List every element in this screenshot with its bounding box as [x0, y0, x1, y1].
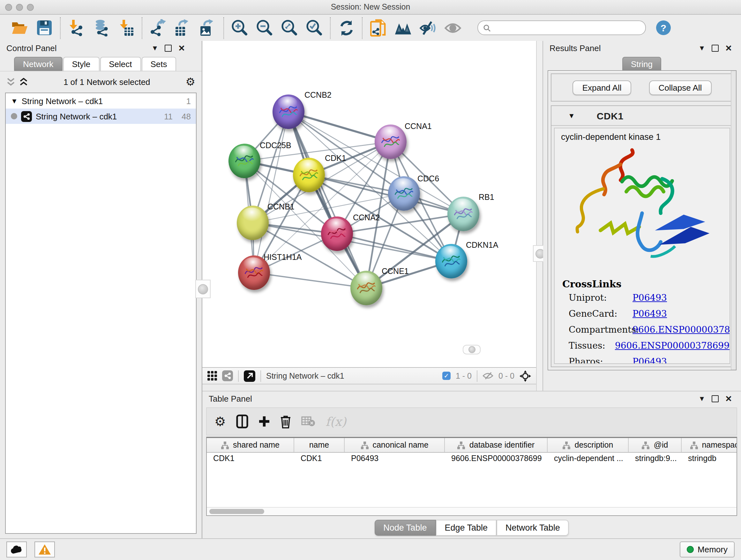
network-tree: ▼ String Network – cdk1 1 String Network… — [5, 92, 197, 534]
column-header-database-identifier[interactable]: database identifier — [445, 438, 548, 452]
node-CDKN1A[interactable] — [435, 244, 467, 278]
collapse-all-button[interactable]: Collapse All — [649, 80, 712, 95]
node-CCNB2[interactable] — [273, 95, 305, 129]
clone-network-view-icon[interactable] — [369, 19, 387, 37]
tab-string[interactable]: String — [622, 57, 662, 71]
node-CCNB1[interactable] — [237, 206, 269, 240]
hidden-eye-icon[interactable] — [482, 372, 493, 380]
left-splitter-grip[interactable] — [195, 280, 211, 298]
control-panel-close-icon[interactable]: ✕ — [178, 44, 185, 52]
expand-all-icon[interactable] — [19, 78, 28, 86]
column-header-namespace[interactable]: namespace — [682, 438, 737, 452]
table-cell[interactable]: cyclin-dependent ... — [548, 453, 629, 466]
tab-style[interactable]: Style — [63, 57, 99, 71]
node-CCNA1[interactable] — [375, 125, 407, 159]
help-button[interactable]: ? — [656, 20, 671, 35]
open-in-new-window-icon[interactable] — [244, 370, 255, 381]
table-panel-close-icon[interactable]: ✕ — [725, 395, 732, 403]
memory-button[interactable]: Memory — [680, 542, 735, 557]
column-header--id[interactable]: @id — [629, 438, 682, 452]
results-panel-close-icon[interactable]: ✕ — [725, 44, 732, 52]
table-cell[interactable]: CDK1 — [294, 453, 345, 466]
zoom-selected-icon[interactable] — [306, 19, 323, 37]
selected-checkbox-icon[interactable]: ✓ — [442, 372, 451, 380]
open-session-icon[interactable] — [11, 19, 28, 37]
search-input[interactable] — [477, 20, 646, 35]
table-cell[interactable]: 9606.ENSP00000378699 — [445, 453, 548, 466]
show-eye-icon[interactable] — [444, 19, 461, 37]
node-RB1[interactable] — [448, 197, 479, 231]
network-row[interactable]: String Network – cdk1 11 48 — [6, 109, 196, 124]
tab-sets[interactable]: Sets — [141, 57, 176, 71]
results-panel-menu-icon[interactable]: ▼ — [698, 45, 705, 52]
tab-select[interactable]: Select — [100, 57, 141, 71]
zoom-in-icon[interactable] — [231, 19, 248, 37]
export-image-icon[interactable] — [199, 19, 216, 37]
results-panel-float-icon[interactable] — [712, 45, 719, 52]
tab-node-table[interactable]: Node Table — [374, 519, 435, 536]
node-CDC25B[interactable] — [228, 144, 260, 178]
scrollbar-thumb[interactable] — [209, 509, 264, 514]
refresh-icon[interactable] — [338, 19, 355, 37]
node-CCNA2[interactable] — [321, 216, 353, 251]
control-panel-menu-icon[interactable]: ▼ — [151, 45, 158, 52]
import-table-from-file-icon[interactable] — [118, 19, 135, 37]
table-cell[interactable]: P06493 — [345, 453, 445, 466]
hide-selected-icon[interactable] — [419, 19, 436, 37]
show-columns-icon[interactable] — [236, 415, 248, 428]
search-field[interactable] — [494, 23, 640, 33]
crosslink-link[interactable]: P06493 — [632, 356, 667, 364]
gene-caret-icon[interactable]: ▼ — [568, 112, 575, 119]
import-network-from-file-icon[interactable] — [68, 19, 85, 37]
status-bar: Memory — [0, 538, 741, 560]
delete-table-icon-disabled — [301, 416, 315, 427]
tab-network[interactable]: Network — [14, 57, 62, 71]
zoom-fit-icon[interactable] — [281, 19, 298, 37]
table-panel-menu-icon[interactable]: ▼ — [698, 395, 705, 402]
collapse-all-icon[interactable] — [6, 78, 15, 86]
node-CDC6[interactable] — [388, 176, 420, 211]
zoom-out-icon[interactable] — [256, 19, 273, 37]
network-label: String Network – cdk1 — [36, 111, 155, 121]
table-horizontal-scrollbar[interactable] — [207, 507, 737, 515]
create-column-icon[interactable] — [259, 416, 270, 427]
export-table-icon[interactable] — [174, 19, 192, 37]
results-scrollbar[interactable] — [731, 71, 736, 370]
import-network-from-database-icon[interactable] — [92, 19, 110, 37]
column-header-shared-name[interactable]: shared name — [207, 438, 294, 452]
table-cell[interactable]: stringdb:9... — [629, 453, 682, 466]
table-options-gear-icon[interactable]: ⚙ — [214, 414, 226, 429]
network-options-gear-icon[interactable]: ⚙ — [186, 75, 196, 89]
show-network-overview-icon[interactable] — [394, 19, 412, 37]
node-CCNE1[interactable] — [350, 271, 382, 305]
table-cell[interactable]: CDK1 — [207, 453, 294, 466]
delete-column-icon[interactable] — [280, 415, 291, 428]
cloud-button[interactable] — [6, 542, 27, 557]
expand-all-button[interactable]: Expand All — [573, 80, 631, 95]
tab-edge-table[interactable]: Edge Table — [435, 519, 496, 536]
gene-description: cyclin-dependent kinase 1 — [555, 128, 730, 142]
export-network-icon[interactable] — [149, 19, 166, 37]
crosslink-link[interactable]: 9606.ENSP00000378699 — [632, 324, 730, 334]
birds-eye-view-icon[interactable] — [207, 371, 217, 381]
column-header-canonical-name[interactable]: canonical name — [345, 438, 445, 452]
node-CDK1[interactable] — [293, 158, 325, 192]
table-panel-float-icon[interactable] — [712, 395, 719, 402]
tab-network-table[interactable]: Network Table — [496, 519, 569, 536]
warning-button[interactable] — [35, 542, 55, 557]
crosslink-link[interactable]: 9606.ENSP00000378699 — [615, 340, 730, 351]
network-collection-row[interactable]: ▼ String Network – cdk1 1 — [6, 93, 196, 109]
column-header-description[interactable]: description — [548, 438, 629, 452]
save-session-icon[interactable] — [36, 19, 53, 37]
network-canvas[interactable]: CCNB2CCNA1CDC25BCDK1CDC6RB1CCNB1CCNA2CDK… — [202, 41, 536, 367]
fit-selected-crosshair-icon[interactable] — [520, 370, 531, 381]
control-panel-float-icon[interactable] — [165, 45, 172, 52]
vertical-splitter[interactable] — [536, 41, 543, 391]
bottom-splitter-grip[interactable] — [463, 345, 481, 354]
edge-HIST1H1A-CCNE1[interactable] — [254, 273, 366, 288]
crosslink-link[interactable]: P06493 — [632, 308, 667, 319]
column-header-name[interactable]: name — [294, 438, 345, 452]
collection-caret-icon[interactable]: ▼ — [11, 97, 18, 105]
table-cell[interactable]: stringdb — [682, 453, 737, 466]
crosslink-link[interactable]: P06493 — [632, 293, 667, 303]
